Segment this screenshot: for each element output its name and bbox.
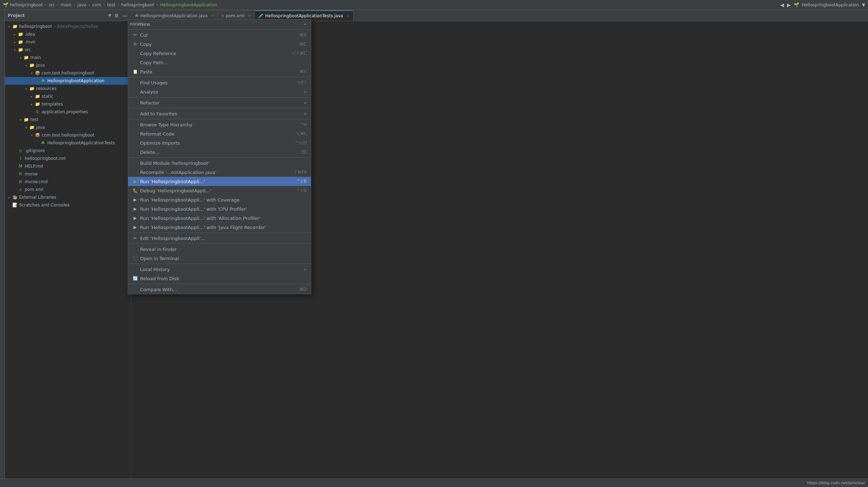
tree-item-idea[interactable]: ▸📁.idea — [5, 30, 131, 38]
tree-arrow-gitignore[interactable] — [12, 148, 18, 154]
tree-arrow-static[interactable]: ▸ — [29, 94, 35, 99]
cm-icon-empty-refactor — [132, 100, 138, 106]
tree-arrow-templates[interactable]: ▸ — [29, 101, 35, 107]
tree-item-HellospringbootApplicationTests[interactable]: ☘HellospringbootApplicationTests — [5, 139, 131, 147]
cm-item-optimize_imports[interactable]: Optimize Imports^⌥O — [128, 138, 311, 148]
tree-item-mvn[interactable]: ▸📁.mvn — [5, 38, 131, 46]
tree-arrow-com_test_hellospringboot[interactable]: ▾ — [29, 70, 35, 76]
tree-arrow-scratches[interactable] — [6, 202, 12, 208]
panel-dropdown-arrow[interactable]: ▼ — [108, 13, 111, 17]
run-config-label[interactable]: HellospringbootApplication — [802, 2, 859, 7]
tree-arrow-main[interactable]: ▾ — [18, 55, 23, 60]
tree-arrow-mvn[interactable]: ▸ — [12, 39, 18, 45]
tree-arrow-HELP_md[interactable] — [12, 163, 18, 169]
cm-item-open_in_terminal[interactable]: ⬛Open in Terminal — [128, 254, 311, 263]
cm-item-debug[interactable]: 🐛Debug 'HellospringbootAppli...'^⇧D — [128, 186, 311, 195]
cm-label-copy: Copy — [140, 42, 152, 47]
tree-item-java_test[interactable]: ▾📁java — [5, 124, 131, 131]
cm-item-recompile[interactable]: Recompile '...ootApplication.java'⇧⌘F9 — [128, 168, 311, 177]
tree-arrow-hellospringboot[interactable]: ▾ — [6, 24, 12, 29]
cm-item-edit[interactable]: ✏Edit 'HellospringbootAppli'... — [128, 234, 311, 243]
cm-item-copy_reference[interactable]: Copy Reference⌥⇧⌘C — [128, 49, 311, 58]
cm-item-run_allocation[interactable]: ▶Run 'HellospringbootAppli...' with 'All… — [128, 214, 311, 223]
tree-item-external_libraries[interactable]: ▸📚External Libraries — [5, 193, 131, 201]
cm-item-run_cpu[interactable]: ▶Run 'HellospringbootAppli...' with 'CPU… — [128, 204, 311, 214]
cm-item-delete[interactable]: Delete...⌫ — [128, 148, 311, 157]
tree-item-templates[interactable]: ▸📁templates — [5, 100, 131, 108]
tree-arrow-test[interactable]: ▾ — [18, 117, 23, 122]
tree-item-mvnw[interactable]: ⌘mvnw — [5, 170, 131, 178]
cm-separator-sep1 — [128, 29, 311, 30]
tree-item-scratches[interactable]: 📝Scratches and Consoles — [5, 201, 131, 209]
cm-item-add_to_favorites[interactable]: Add to Favorites▸ — [128, 109, 311, 118]
tree-item-static[interactable]: ▸📁static — [5, 92, 131, 100]
cm-item-compare_with[interactable]: Compare With...⌘D — [128, 285, 311, 294]
cm-item-copy_path[interactable]: Copy Path... — [128, 58, 311, 67]
tree-item-com_test_hellospringboot2[interactable]: ▾📦com.test.hellospringboot — [5, 131, 131, 139]
tree-arrow-mvnw_cmd[interactable] — [12, 179, 18, 185]
cm-item-copy[interactable]: ⎘Copy⌘C — [128, 40, 311, 49]
breadcrumb-item-hellospringboot[interactable]: hellospringboot — [121, 2, 154, 7]
tree-arrow-pom_xml[interactable] — [12, 187, 18, 192]
cm-icon-empty-copy_reference — [132, 50, 138, 56]
cm-item-local_history[interactable]: Local History▸ — [128, 265, 311, 274]
breadcrumb-item-root[interactable]: hellospringboot — [10, 2, 43, 7]
tree-item-HELP_md[interactable]: MHELP.md — [5, 162, 131, 170]
breadcrumb-item-main[interactable]: main — [61, 2, 72, 7]
cm-item-find_usages[interactable]: Find Usages⌥F7 — [128, 78, 311, 87]
cm-item-reload_from_disk[interactable]: 🔄Reload from Disk — [128, 274, 311, 283]
tree-arrow-HellospringbootApplication[interactable] — [35, 78, 40, 84]
tree-item-application_properties[interactable]: ⚙application.properties — [5, 108, 131, 116]
breadcrumb-item-class[interactable]: HellospringbootApplication — [160, 2, 217, 7]
tree-arrow-resources[interactable]: ▾ — [23, 86, 29, 91]
cm-item-refactor[interactable]: Refactor▸ — [128, 98, 311, 107]
run-config-dropdown[interactable]: ▼ — [862, 2, 865, 7]
breadcrumb-item-com[interactable]: com — [92, 2, 101, 7]
cm-item-run_jfr[interactable]: ▶Run 'HellospringbootAppli...' with 'Jav… — [128, 223, 311, 232]
nav-forward[interactable]: ▶ — [787, 2, 791, 8]
tree-item-main[interactable]: ▾📁main — [5, 54, 131, 61]
cm-item-build_module[interactable]: Build Module 'hellospringboot' — [128, 158, 311, 168]
panel-settings-icon[interactable]: ⚙ — [113, 12, 120, 19]
cm-shortcut-reformat_code: ⌥⌘L — [295, 131, 307, 136]
tree-item-com_test_hellospringboot[interactable]: ▾📦com.test.hellospringboot — [5, 69, 131, 77]
tree-arrow-java_test[interactable]: ▾ — [23, 125, 29, 130]
tree-item-hellospringboot[interactable]: ▾📁hellospringboot ~/IdeaProjects/hellos — [5, 23, 131, 30]
tree-item-mvnw_cmd[interactable]: ⌘mvnw.cmd — [5, 178, 131, 186]
tree-item-HellospringbootApplication[interactable]: ☘HellospringbootApplication — [5, 77, 131, 85]
tree-arrow-com_test_hellospringboot2[interactable]: ▾ — [29, 132, 35, 138]
cm-icon-empty-reveal_in_finder — [132, 246, 138, 252]
breadcrumb-item-java[interactable]: java — [77, 2, 86, 7]
tree-arrow-mvnw[interactable] — [12, 171, 18, 177]
tab-close-tab-helloapp-tests[interactable]: × — [346, 14, 349, 18]
tree-item-resources[interactable]: ▾📁resources — [5, 85, 131, 92]
tree-arrow-src[interactable]: ▾ — [12, 47, 18, 53]
cm-item-paste[interactable]: 📋Paste⌘V — [128, 67, 311, 76]
cm-item-reveal_in_finder[interactable]: Reveal in Finder — [128, 245, 311, 254]
cm-item-analyze[interactable]: Analyze▸ — [128, 87, 311, 96]
tree-arrow-application_properties[interactable] — [29, 109, 35, 115]
tree-item-java[interactable]: ▾📁java — [5, 61, 131, 69]
breadcrumb-item-test[interactable]: test — [107, 2, 115, 7]
tab-close-tab-helloapp-java[interactable]: × — [211, 13, 214, 18]
nav-back[interactable]: ◀ — [780, 2, 784, 8]
tree-item-hellospringboot_iml[interactable]: Ihellospringboot.iml — [5, 155, 131, 162]
cm-item-run[interactable]: ▶Run 'HellospringbootAppli...'^⇧R — [128, 177, 311, 186]
panel-collapse-icon[interactable]: — — [122, 12, 128, 19]
tree-item-test[interactable]: ▾📁test — [5, 116, 131, 124]
cm-item-cut[interactable]: ✂Cut⌘X — [128, 30, 311, 40]
cm-item-reformat_code[interactable]: Reformat Code⌥⌘L — [128, 129, 311, 138]
tree-arrow-idea[interactable]: ▸ — [12, 31, 18, 37]
tree-item-src[interactable]: ▾📁src — [5, 46, 131, 54]
tree-item-pom_xml[interactable]: xpom.xml — [5, 186, 131, 193]
tab-close-tab-pom-xml[interactable]: × — [247, 13, 251, 18]
tree-arrow-HellospringbootApplicationTests[interactable] — [35, 140, 40, 146]
cm-item-run_coverage[interactable]: ▶Run 'HellospringbootAppli...' with Cove… — [128, 195, 311, 204]
tree-arrow-external_libraries[interactable]: ▸ — [6, 194, 12, 200]
tree-arrow-java[interactable]: ▾ — [23, 62, 29, 68]
breadcrumb-item-src[interactable]: src — [49, 2, 55, 7]
tree-item-gitignore[interactable]: ⊙.gitignore — [5, 147, 131, 155]
cm-item-browse_type_hierarchy[interactable]: Browse Type Hierarchy^H — [128, 120, 311, 129]
cm-item-new[interactable]: noneNew▸ — [128, 19, 311, 29]
tree-arrow-hellospringboot_iml[interactable] — [12, 156, 18, 161]
